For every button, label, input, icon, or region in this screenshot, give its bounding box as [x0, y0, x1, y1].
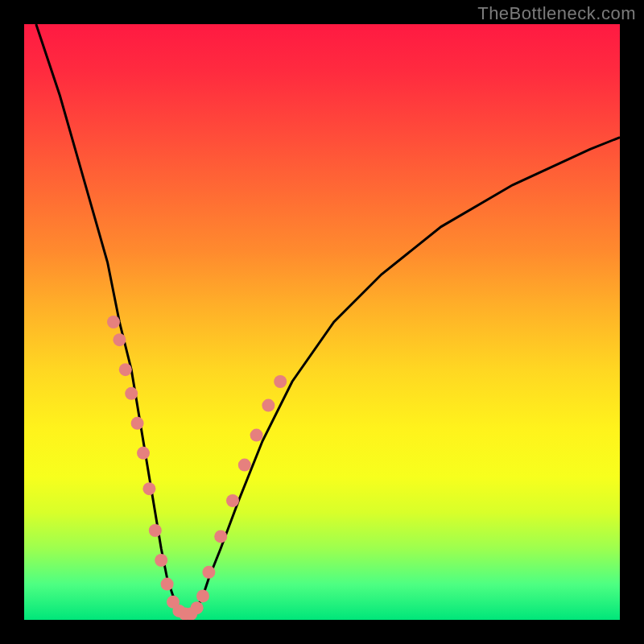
data-dot [131, 417, 144, 430]
data-dot [274, 375, 287, 388]
data-dots-group [107, 316, 287, 620]
bottleneck-curve-svg [24, 24, 620, 620]
data-dot [107, 316, 120, 328]
data-dot [191, 601, 204, 614]
watermark-label: TheBottleneck.com [477, 3, 636, 24]
chart-frame: TheBottleneck.com [0, 0, 644, 644]
data-dot [262, 399, 275, 412]
data-dot [119, 363, 132, 376]
bottleneck-curve-path [36, 24, 620, 614]
data-dot [238, 459, 251, 472]
data-dot [196, 589, 209, 602]
plot-area [24, 24, 620, 620]
data-dot [202, 566, 215, 579]
data-dot [226, 494, 239, 507]
data-dot [155, 554, 167, 567]
data-dot [161, 578, 174, 591]
data-dot [125, 387, 138, 400]
data-dot [149, 524, 162, 537]
data-dot [113, 333, 126, 346]
data-dot [137, 447, 150, 460]
data-dot [214, 530, 227, 543]
data-dot [250, 429, 263, 442]
data-dot [142, 482, 155, 495]
